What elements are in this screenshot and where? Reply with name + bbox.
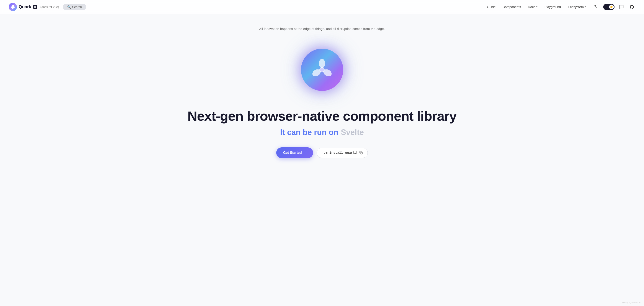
nav-link-guide[interactable]: Guide bbox=[487, 5, 496, 9]
nav-item-docs: Docs ▾ bbox=[528, 5, 538, 9]
nav-link-components[interactable]: Components bbox=[502, 5, 521, 9]
docs-for-label: (docs for vue) bbox=[40, 5, 59, 9]
nav-item-playground: Playground bbox=[544, 5, 561, 9]
npm-command-text: npm install quarkd bbox=[322, 151, 357, 155]
get-started-button[interactable]: Get Started → bbox=[276, 147, 313, 158]
nav-link-docs[interactable]: Docs ▾ bbox=[528, 5, 538, 9]
search-icon: 🔍 bbox=[67, 5, 71, 9]
sub-framework: Svelte bbox=[341, 128, 364, 137]
nav-actions: ☀️ bbox=[593, 4, 635, 11]
theme-toggle[interactable]: ☀️ bbox=[603, 4, 614, 10]
quark-circle bbox=[301, 49, 343, 91]
brand-name: Quark bbox=[19, 4, 31, 9]
sub-prefix: It can be run on bbox=[280, 128, 338, 137]
cta-row: Get Started → npm install quarkd bbox=[276, 147, 368, 158]
watermark: CSDN @Qianmo_s bbox=[620, 301, 640, 304]
nav-links: Guide Components Docs ▾ Playground Ecosy… bbox=[487, 5, 586, 9]
brand-badge: D bbox=[33, 5, 37, 9]
tagline: All innovation happens at the edge of th… bbox=[259, 27, 385, 31]
copy-button[interactable] bbox=[359, 151, 363, 155]
logo-icon bbox=[9, 3, 17, 11]
nav-link-playground[interactable]: Playground bbox=[544, 5, 561, 9]
svg-point-1 bbox=[319, 59, 325, 68]
navbar: Quark D (docs for vue) 🔍 Search Guide Co… bbox=[0, 0, 644, 14]
svg-rect-5 bbox=[360, 152, 362, 154]
search-label: Search bbox=[72, 5, 82, 9]
nav-item-guide: Guide bbox=[487, 5, 496, 9]
sun-icon: ☀️ bbox=[610, 6, 613, 9]
nav-item-ecosystem: Ecosystem ▾ bbox=[568, 5, 586, 9]
nav-item-components: Components bbox=[502, 5, 521, 9]
sub-headline: It can be run on Svelte bbox=[280, 128, 364, 137]
docs-chevron-icon: ▾ bbox=[536, 6, 538, 8]
quark-icon-svg bbox=[10, 5, 15, 9]
svg-point-4 bbox=[320, 68, 324, 72]
translate-button[interactable] bbox=[593, 4, 600, 11]
npm-command-box: npm install quarkd bbox=[316, 148, 368, 158]
github-button[interactable] bbox=[628, 4, 635, 11]
quark-logo-wrap bbox=[292, 39, 352, 100]
search-button[interactable]: 🔍 Search bbox=[63, 4, 86, 10]
quark-symbol-svg bbox=[310, 58, 334, 82]
toggle-knob: ☀️ bbox=[609, 5, 614, 9]
ecosystem-chevron-icon: ▾ bbox=[584, 6, 586, 8]
headline: Next-gen browser-native component librar… bbox=[188, 109, 457, 124]
hero-section: All innovation happens at the edge of th… bbox=[0, 14, 644, 176]
nav-link-ecosystem[interactable]: Ecosystem ▾ bbox=[568, 5, 586, 9]
chat-button[interactable] bbox=[618, 4, 625, 11]
brand-logo[interactable]: Quark D bbox=[9, 3, 37, 11]
